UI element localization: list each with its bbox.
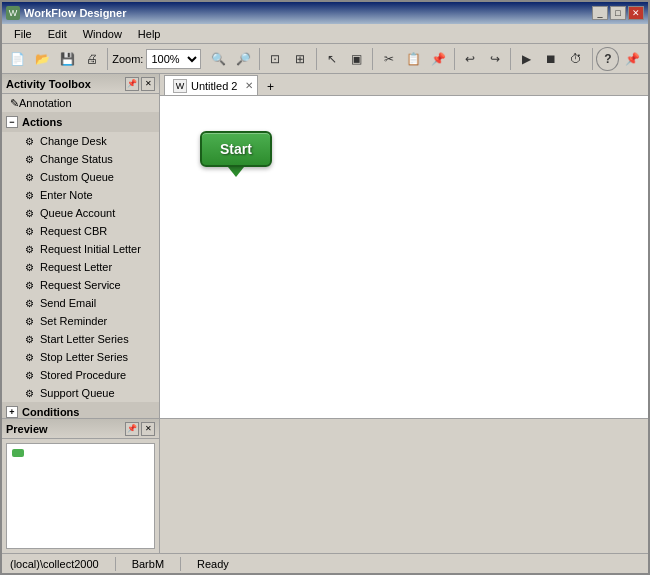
start-button[interactable]: Start (200, 131, 272, 167)
zoom-out-button[interactable]: 🔎 (232, 47, 255, 71)
add-tab-button[interactable]: + (262, 79, 278, 95)
select-button[interactable]: ▣ (345, 47, 368, 71)
preview-panel: Preview 📌 ✕ (2, 419, 160, 553)
toolbox-item-request-letter[interactable]: ⚙ Request Letter (2, 258, 159, 276)
toolbox-item-request-initial-letter[interactable]: ⚙ Request Initial Letter (2, 240, 159, 258)
minimize-button[interactable]: _ (592, 6, 608, 20)
preview-canvas (6, 443, 155, 549)
item-label: Stop Letter Series (40, 351, 128, 363)
menu-help[interactable]: Help (130, 26, 169, 42)
close-button[interactable]: ✕ (628, 6, 644, 20)
toolbox-item-start-letter-series[interactable]: ⚙ Start Letter Series (2, 330, 159, 348)
toolbox-item-enter-note[interactable]: ⚙ Enter Note (2, 186, 159, 204)
tab-bar: W Untitled 2 ✕ + (160, 74, 648, 96)
request-initial-letter-icon: ⚙ (22, 242, 36, 256)
canvas-area[interactable]: Start (160, 96, 648, 418)
toolbox-item-change-status[interactable]: ⚙ Change Status (2, 150, 159, 168)
copy-button[interactable]: 📋 (402, 47, 425, 71)
toolbox-item-set-reminder[interactable]: ⚙ Set Reminder (2, 312, 159, 330)
item-label: Request CBR (40, 225, 107, 237)
toolbox-item-support-queue[interactable]: ⚙ Support Queue (2, 384, 159, 402)
preview-close-button[interactable]: ✕ (141, 422, 155, 436)
paste-button[interactable]: 📌 (427, 47, 450, 71)
preview-pin-button[interactable]: 📌 (125, 422, 139, 436)
panel-header-controls: 📌 ✕ (125, 77, 155, 91)
section-header-conditions[interactable]: + Conditions (2, 402, 159, 418)
status-user: BarbM (132, 558, 164, 570)
toolbox-annotation[interactable]: ✎ Annotation (2, 94, 159, 112)
request-letter-icon: ⚙ (22, 260, 36, 274)
tab-close-button[interactable]: ✕ (245, 80, 253, 91)
toolbox-item-send-email[interactable]: ⚙ Send Email (2, 294, 159, 312)
item-label: Enter Note (40, 189, 93, 201)
print-button[interactable]: 🖨 (80, 47, 103, 71)
item-label: Set Reminder (40, 315, 107, 327)
fit-button[interactable]: ⊡ (264, 47, 287, 71)
grid-button[interactable]: ⊞ (289, 47, 312, 71)
item-label: Request Initial Letter (40, 243, 141, 255)
conditions-expand-icon: + (6, 406, 18, 418)
status-separator-2 (180, 557, 181, 571)
toolbox-item-stored-procedure[interactable]: ⚙ Stored Procedure (2, 366, 159, 384)
toolbox-scroll[interactable]: ✎ Annotation − Actions ⚙ Change Desk ⚙ C… (2, 94, 159, 418)
actions-label: Actions (22, 116, 62, 128)
undo-button[interactable]: ↩ (459, 47, 482, 71)
item-label: Change Desk (40, 135, 107, 147)
menu-edit[interactable]: Edit (40, 26, 75, 42)
separator-3 (316, 48, 317, 70)
status-server: (local)\collect2000 (10, 558, 99, 570)
stop-button[interactable]: ⏹ (540, 47, 563, 71)
queue-account-icon: ⚙ (22, 206, 36, 220)
item-label: Support Queue (40, 387, 115, 399)
change-desk-icon: ⚙ (22, 134, 36, 148)
toolbox-panel-header: Activity Toolbox 📌 ✕ (2, 74, 159, 94)
bottom-section: Preview 📌 ✕ (2, 418, 648, 553)
enter-note-icon: ⚙ (22, 188, 36, 202)
bottom-right-area (160, 419, 648, 553)
menu-window[interactable]: Window (75, 26, 130, 42)
play-button[interactable]: ▶ (515, 47, 538, 71)
app-icon: W (6, 6, 20, 20)
title-bar-controls: _ □ ✕ (592, 6, 644, 20)
preview-header-controls: 📌 ✕ (125, 422, 155, 436)
maximize-button[interactable]: □ (610, 6, 626, 20)
separator-6 (510, 48, 511, 70)
request-service-icon: ⚙ (22, 278, 36, 292)
set-reminder-icon: ⚙ (22, 314, 36, 328)
pin-button[interactable]: 📌 (621, 47, 644, 71)
preview-title: Preview (6, 423, 48, 435)
title-bar-left: W WorkFlow Designer (6, 6, 126, 20)
menu-file[interactable]: File (6, 26, 40, 42)
custom-queue-icon: ⚙ (22, 170, 36, 184)
toolbox-title: Activity Toolbox (6, 78, 91, 90)
toolbox-item-queue-account[interactable]: ⚙ Queue Account (2, 204, 159, 222)
section-header-actions[interactable]: − Actions (2, 112, 159, 132)
designer-area: W Untitled 2 ✕ + Start (160, 74, 648, 418)
status-bar: (local)\collect2000 BarbM Ready (2, 553, 648, 573)
redo-button[interactable]: ↪ (483, 47, 506, 71)
toolbar: 📄 📂 💾 🖨 Zoom: 50% 75% 100% 125% 150% 200… (2, 44, 648, 74)
toolbox-item-stop-letter-series[interactable]: ⚙ Stop Letter Series (2, 348, 159, 366)
toolbox-pin-button[interactable]: 📌 (125, 77, 139, 91)
toolbox-item-change-desk[interactable]: ⚙ Change Desk (2, 132, 159, 150)
open-button[interactable]: 📂 (31, 47, 54, 71)
tab-label: Untitled 2 (191, 80, 237, 92)
toolbox-item-request-service[interactable]: ⚙ Request Service (2, 276, 159, 294)
toolbox-close-button[interactable]: ✕ (141, 77, 155, 91)
tab-untitled2[interactable]: W Untitled 2 ✕ (164, 75, 258, 95)
toolbox-item-custom-queue[interactable]: ⚙ Custom Queue (2, 168, 159, 186)
save-button[interactable]: 💾 (56, 47, 79, 71)
toolbox-item-request-cbr[interactable]: ⚙ Request CBR (2, 222, 159, 240)
cut-button[interactable]: ✂ (377, 47, 400, 71)
window-frame: W WorkFlow Designer _ □ ✕ File Edit Wind… (0, 0, 650, 575)
item-label: Change Status (40, 153, 113, 165)
help-button[interactable]: ? (596, 47, 619, 71)
zoom-in-button[interactable]: 🔍 (207, 47, 230, 71)
zoom-select[interactable]: 50% 75% 100% 125% 150% 200% (146, 49, 201, 69)
item-label: Send Email (40, 297, 96, 309)
preview-panel-header: Preview 📌 ✕ (2, 419, 159, 439)
start-node[interactable]: Start (200, 131, 272, 177)
new-button[interactable]: 📄 (6, 47, 29, 71)
arrow-button[interactable]: ↖ (321, 47, 344, 71)
clock-button[interactable]: ⏱ (565, 47, 588, 71)
